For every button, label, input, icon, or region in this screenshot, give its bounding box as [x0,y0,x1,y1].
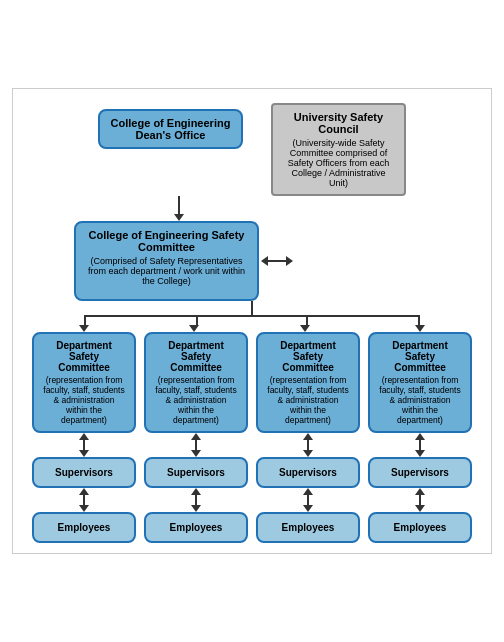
employees-4: Employees [368,512,472,543]
dept-committees-row: Department Safety Committee (representat… [32,332,472,433]
tick-3 [306,315,308,325]
tick-4 [418,315,420,325]
dts-2 [144,433,248,457]
dean-line1: College of Engineering [111,117,231,129]
dc1-desc: (representation from faculty, staff, stu… [42,375,126,425]
emp-label-3: Employees [282,522,335,533]
arrow-right [286,256,293,266]
employees-3: Employees [256,512,360,543]
sup-label-2: Supervisors [167,467,225,478]
dts-3 [256,433,360,457]
dean-office-box: College of Engineering Dean's Office [98,109,243,149]
emp-label-1: Employees [58,522,111,533]
dean-line2: Dean's Office [136,129,206,141]
tick-1 [84,315,86,325]
dept-col-4: Department Safety Committee (representat… [368,332,472,433]
sup-to-emp-connectors [32,488,472,512]
employees-2: Employees [144,512,248,543]
arr-dept-1 [79,325,89,332]
dept-to-sup-connectors [32,433,472,457]
dept-committee-4: Department Safety Committee (representat… [368,332,472,433]
supervisors-1: Supervisors [32,457,136,488]
arr-up-sup-1 [79,433,89,440]
dc2-desc: (representation from faculty, staff, stu… [154,375,238,425]
bidir-line [268,260,286,262]
dept-col-3: Department Safety Committee (representat… [256,332,360,433]
dts-4 [368,433,472,457]
dept-committee-2: Department Safety Committee (representat… [144,332,248,433]
emp-label-2: Employees [170,522,223,533]
tick-2 [196,315,198,325]
dts-1 [32,433,136,457]
dean-to-committee-line [178,196,180,214]
arr-dept-2 [189,325,199,332]
horiz-spread-line-container [32,315,472,325]
sc-to-spread-vline [251,301,253,315]
dc3-title: Department Safety Committee [266,340,350,373]
emp-col-3: Employees [256,512,360,543]
employees-1: Employees [32,512,136,543]
supervisors-row: Supervisors Supervisors Supervisors Supe… [32,457,472,488]
dc2-title: Department Safety Committee [154,340,238,373]
arr-dept-4 [415,325,425,332]
supervisors-2: Supervisors [144,457,248,488]
sup-col-3: Supervisors [256,457,360,488]
sup-col-2: Supervisors [144,457,248,488]
dc3-desc: (representation from faculty, staff, stu… [266,375,350,425]
council-desc: (University-wide Safety Committee compri… [281,138,396,188]
employees-row: Employees Employees Employees Employees [32,512,472,543]
arr-dept-3 [300,325,310,332]
sup-label-3: Supervisors [279,467,337,478]
sup-label-1: Supervisors [55,467,113,478]
arr-dn-sup-1 [79,450,89,457]
org-chart: College of Engineering Dean's Office Uni… [12,88,492,554]
dept-committee-3: Department Safety Committee (representat… [256,332,360,433]
dept-col-2: Department Safety Committee (representat… [144,332,248,433]
arrow-left [261,256,268,266]
sc-desc: (Comprised of Safety Representatives fro… [84,256,249,286]
dc1-title: Department Safety Committee [42,340,126,373]
supervisors-4: Supervisors [368,457,472,488]
safety-committee-box: College of Engineering Safety Committee … [74,221,259,301]
bidir-arrow [261,256,293,266]
sup-label-4: Supervisors [391,467,449,478]
dc4-title: Department Safety Committee [378,340,462,373]
council-title: University Safety Council [281,111,396,135]
university-safety-council-box: University Safety Council (University-wi… [271,103,406,196]
dept-col-1: Department Safety Committee (representat… [32,332,136,433]
dept-committee-1: Department Safety Committee (representat… [32,332,136,433]
emp-col-4: Employees [368,512,472,543]
emp-col-2: Employees [144,512,248,543]
supervisors-3: Supervisors [256,457,360,488]
arrows-to-dept [32,325,472,332]
emp-col-1: Employees [32,512,136,543]
emp-label-4: Employees [394,522,447,533]
sup-col-1: Supervisors [32,457,136,488]
sup-col-4: Supervisors [368,457,472,488]
spread-hline [84,315,420,317]
sc-title: College of Engineering Safety Committee [84,229,249,253]
dc4-desc: (representation from faculty, staff, stu… [378,375,462,425]
arrow-down-1 [174,214,184,221]
